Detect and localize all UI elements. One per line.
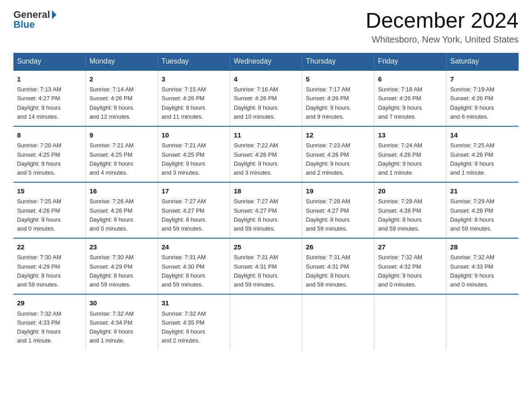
calendar-cell: 15Sunrise: 7:25 AMSunset: 4:26 PMDayligh… [13,182,86,238]
day-number: 5 [306,74,370,85]
day-number: 12 [306,130,370,141]
col-header-thursday: Thursday [302,53,374,70]
calendar-cell: 8Sunrise: 7:20 AMSunset: 4:25 PMDaylight… [13,126,86,182]
day-info: Sunrise: 7:32 AMSunset: 4:33 PMDaylight:… [17,309,82,346]
calendar-cell: 7Sunrise: 7:19 AMSunset: 4:26 PMDaylight… [446,70,519,126]
calendar-cell: 22Sunrise: 7:30 AMSunset: 4:29 PMDayligh… [13,238,86,294]
calendar-cell: 11Sunrise: 7:22 AMSunset: 4:26 PMDayligh… [230,126,302,182]
page-header: General Blue December 2024 Whitesboro, N… [13,9,519,45]
day-info: Sunrise: 7:29 AMSunset: 4:28 PMDaylight:… [378,197,442,233]
calendar-cell: 3Sunrise: 7:15 AMSunset: 4:26 PMDaylight… [158,70,230,126]
calendar-cell: 29Sunrise: 7:32 AMSunset: 4:33 PMDayligh… [13,294,86,350]
day-number: 4 [234,74,298,85]
day-number: 22 [17,242,82,253]
calendar-cell: 6Sunrise: 7:18 AMSunset: 4:26 PMDaylight… [374,70,446,126]
calendar-week-row: 22Sunrise: 7:30 AMSunset: 4:29 PMDayligh… [13,238,519,294]
day-number: 11 [234,130,298,141]
calendar-header-row: SundayMondayTuesdayWednesdayThursdayFrid… [13,53,519,70]
day-info: Sunrise: 7:31 AMSunset: 4:31 PMDaylight:… [234,253,298,289]
calendar-cell: 19Sunrise: 7:28 AMSunset: 4:27 PMDayligh… [302,182,374,238]
calendar-cell: 21Sunrise: 7:29 AMSunset: 4:28 PMDayligh… [446,182,519,238]
day-info: Sunrise: 7:21 AMSunset: 4:25 PMDaylight:… [162,141,226,177]
calendar-cell: 14Sunrise: 7:25 AMSunset: 4:26 PMDayligh… [446,126,519,182]
col-header-tuesday: Tuesday [158,53,230,70]
day-number: 16 [90,186,154,197]
location: Whitesboro, New York, United States [365,34,519,45]
calendar-cell: 28Sunrise: 7:32 AMSunset: 4:33 PMDayligh… [446,238,519,294]
calendar-cell: 13Sunrise: 7:24 AMSunset: 4:26 PMDayligh… [374,126,446,182]
calendar-cell: 10Sunrise: 7:21 AMSunset: 4:25 PMDayligh… [158,126,230,182]
day-number: 9 [90,130,154,141]
calendar-cell: 5Sunrise: 7:17 AMSunset: 4:26 PMDaylight… [302,70,374,126]
day-info: Sunrise: 7:23 AMSunset: 4:26 PMDaylight:… [306,141,370,177]
day-number: 31 [162,298,226,308]
day-info: Sunrise: 7:17 AMSunset: 4:26 PMDaylight:… [306,85,370,121]
calendar-cell: 12Sunrise: 7:23 AMSunset: 4:26 PMDayligh… [302,126,374,182]
calendar-cell: 9Sunrise: 7:21 AMSunset: 4:25 PMDaylight… [86,126,158,182]
day-number: 28 [450,242,515,253]
day-info: Sunrise: 7:30 AMSunset: 4:29 PMDaylight:… [17,253,82,289]
calendar-cell [302,294,374,350]
calendar-cell [374,294,446,350]
calendar-week-row: 1Sunrise: 7:13 AMSunset: 4:27 PMDaylight… [13,70,519,126]
day-number: 21 [450,186,515,197]
col-header-wednesday: Wednesday [230,53,302,70]
day-number: 23 [90,242,154,253]
calendar-cell: 26Sunrise: 7:31 AMSunset: 4:31 PMDayligh… [302,238,374,294]
calendar-cell: 30Sunrise: 7:32 AMSunset: 4:34 PMDayligh… [86,294,158,350]
logo-arrow-icon [52,10,56,19]
day-info: Sunrise: 7:13 AMSunset: 4:27 PMDaylight:… [17,85,82,121]
day-number: 26 [306,242,370,253]
day-info: Sunrise: 7:24 AMSunset: 4:26 PMDaylight:… [378,141,442,177]
col-header-saturday: Saturday [446,53,519,70]
day-info: Sunrise: 7:31 AMSunset: 4:31 PMDaylight:… [306,253,370,289]
day-info: Sunrise: 7:32 AMSunset: 4:34 PMDaylight:… [90,309,154,346]
day-info: Sunrise: 7:25 AMSunset: 4:26 PMDaylight:… [17,197,82,233]
calendar-cell: 20Sunrise: 7:29 AMSunset: 4:28 PMDayligh… [374,182,446,238]
day-number: 25 [234,242,298,253]
day-info: Sunrise: 7:32 AMSunset: 4:35 PMDaylight:… [162,309,226,346]
day-number: 13 [378,130,442,141]
day-number: 19 [306,186,370,197]
day-info: Sunrise: 7:16 AMSunset: 4:26 PMDaylight:… [234,85,298,121]
calendar-cell: 23Sunrise: 7:30 AMSunset: 4:29 PMDayligh… [86,238,158,294]
day-number: 18 [234,186,298,197]
calendar-cell: 1Sunrise: 7:13 AMSunset: 4:27 PMDaylight… [13,70,86,126]
calendar-cell: 2Sunrise: 7:14 AMSunset: 4:26 PMDaylight… [86,70,158,126]
calendar-cell: 17Sunrise: 7:27 AMSunset: 4:27 PMDayligh… [158,182,230,238]
day-number: 1 [17,74,82,85]
calendar-cell: 25Sunrise: 7:31 AMSunset: 4:31 PMDayligh… [230,238,302,294]
day-number: 24 [162,242,226,253]
day-info: Sunrise: 7:32 AMSunset: 4:32 PMDaylight:… [378,253,442,289]
day-info: Sunrise: 7:14 AMSunset: 4:26 PMDaylight:… [90,85,154,121]
calendar-cell: 24Sunrise: 7:31 AMSunset: 4:30 PMDayligh… [158,238,230,294]
calendar-cell: 27Sunrise: 7:32 AMSunset: 4:32 PMDayligh… [374,238,446,294]
day-info: Sunrise: 7:26 AMSunset: 4:26 PMDaylight:… [90,197,154,233]
day-number: 3 [162,74,226,85]
day-info: Sunrise: 7:15 AMSunset: 4:26 PMDaylight:… [162,85,226,121]
logo: General Blue [13,9,56,30]
day-info: Sunrise: 7:30 AMSunset: 4:29 PMDaylight:… [90,253,154,289]
day-info: Sunrise: 7:27 AMSunset: 4:27 PMDaylight:… [234,197,298,233]
day-number: 30 [90,298,154,308]
day-info: Sunrise: 7:31 AMSunset: 4:30 PMDaylight:… [162,253,226,289]
day-number: 2 [90,74,154,85]
col-header-sunday: Sunday [13,53,86,70]
col-header-monday: Monday [86,53,158,70]
day-number: 27 [378,242,442,253]
day-info: Sunrise: 7:19 AMSunset: 4:26 PMDaylight:… [450,85,515,121]
col-header-friday: Friday [374,53,446,70]
calendar-cell [230,294,302,350]
day-number: 20 [378,186,442,197]
day-info: Sunrise: 7:20 AMSunset: 4:25 PMDaylight:… [17,141,82,177]
calendar-week-row: 8Sunrise: 7:20 AMSunset: 4:25 PMDaylight… [13,126,519,182]
day-info: Sunrise: 7:32 AMSunset: 4:33 PMDaylight:… [450,253,515,289]
calendar-cell: 18Sunrise: 7:27 AMSunset: 4:27 PMDayligh… [230,182,302,238]
day-number: 7 [450,74,515,85]
day-info: Sunrise: 7:25 AMSunset: 4:26 PMDaylight:… [450,141,515,177]
day-info: Sunrise: 7:22 AMSunset: 4:26 PMDaylight:… [234,141,298,177]
day-info: Sunrise: 7:29 AMSunset: 4:28 PMDaylight:… [450,197,515,233]
title-block: December 2024 Whitesboro, New York, Unit… [365,9,519,45]
calendar-table: SundayMondayTuesdayWednesdayThursdayFrid… [13,53,519,350]
logo-blue-text: Blue [13,19,35,30]
